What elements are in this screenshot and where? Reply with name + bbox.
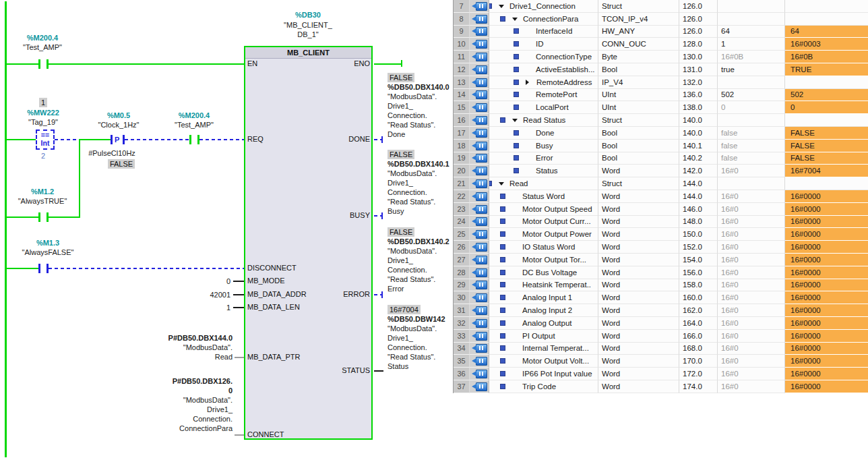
name-cell[interactable]: Analog Output bbox=[489, 317, 598, 330]
name-cell[interactable]: ConnectionPara bbox=[489, 13, 598, 26]
row-number[interactable]: 36 bbox=[454, 368, 470, 380]
row-number[interactable]: 32 bbox=[454, 317, 470, 330]
name-cell[interactable]: Motor Output Volt... bbox=[489, 355, 598, 368]
row-number[interactable]: 14 bbox=[454, 89, 470, 102]
data-type-cell[interactable]: Word bbox=[598, 228, 679, 241]
variable-name[interactable]: Busy bbox=[536, 140, 553, 152]
data-type-cell[interactable]: Struct bbox=[598, 177, 679, 190]
monitor-value-cell[interactable]: 16#0000 bbox=[785, 355, 868, 368]
monitor-value-cell[interactable]: 16#0000 bbox=[785, 291, 868, 304]
table-row-23[interactable]: 23Motor Output SpeedWord146.016#016#0000 bbox=[454, 203, 868, 216]
data-type-cell[interactable]: Word bbox=[598, 203, 679, 216]
start-value-cell[interactable] bbox=[718, 13, 785, 26]
row-number[interactable]: 20 bbox=[454, 165, 470, 177]
name-cell[interactable]: ConnectionType bbox=[489, 51, 598, 63]
start-value-cell[interactable] bbox=[718, 177, 785, 190]
variable-name[interactable]: Analog Input 2 bbox=[522, 304, 572, 316]
variable-name[interactable]: IO Status Word bbox=[522, 241, 575, 253]
pin-connect[interactable]: CONNECT bbox=[247, 430, 284, 439]
name-cell[interactable]: Motor Output Speed bbox=[489, 203, 598, 216]
status-output-monitor[interactable]: 16#7004 bbox=[388, 305, 421, 314]
data-type-cell[interactable]: Struct▤ bbox=[598, 0, 679, 13]
start-value-cell[interactable]: 16#0 bbox=[718, 330, 785, 343]
data-type-cell[interactable]: Struct bbox=[598, 114, 679, 127]
data-type-cell[interactable]: Bool bbox=[598, 127, 679, 140]
variable-name[interactable]: ConnectionType bbox=[536, 51, 592, 63]
row-number[interactable]: 37 bbox=[454, 380, 470, 393]
variable-name[interactable]: Heatsink Temperat.. bbox=[522, 279, 591, 291]
name-cell[interactable]: IO Status Word bbox=[489, 241, 598, 254]
row-number[interactable]: 35 bbox=[454, 355, 470, 368]
start-value-cell[interactable]: 16#0 bbox=[718, 254, 785, 266]
variable-name[interactable]: Analog Output bbox=[522, 317, 572, 329]
row-number[interactable]: 11 bbox=[454, 51, 470, 63]
contact-operand[interactable]: %M200.4 bbox=[154, 111, 235, 120]
table-row-36[interactable]: 36IP66 Pot Input valueWord172.016#016#00… bbox=[454, 368, 868, 380]
name-cell[interactable]: Done bbox=[489, 127, 598, 140]
data-type-cell[interactable]: IP_V4 bbox=[598, 76, 679, 89]
start-value-cell[interactable]: 16#0 bbox=[718, 317, 785, 330]
name-cell[interactable]: RemotePort bbox=[489, 89, 598, 102]
data-type-cell[interactable]: Word bbox=[598, 190, 679, 203]
row-number[interactable]: 24 bbox=[454, 216, 470, 229]
variable-name[interactable]: DC Bus Voltage bbox=[522, 266, 577, 279]
variable-name[interactable]: Status Word bbox=[522, 190, 565, 202]
name-cell[interactable]: Read Status bbox=[489, 114, 598, 127]
edge-monitor[interactable]: FALSE bbox=[81, 159, 162, 169]
table-row-26[interactable]: 26IO Status WordWord152.016#016#0000 bbox=[454, 241, 868, 254]
variable-name[interactable]: ID bbox=[536, 38, 544, 50]
table-row-7[interactable]: 7Drive1_ConnectionStruct▤126.0 bbox=[454, 0, 868, 13]
name-cell[interactable]: Error bbox=[489, 152, 598, 165]
name-cell[interactable]: Analog Input 1 bbox=[489, 291, 598, 304]
table-row-28[interactable]: 28DC Bus VoltageWord156.016#016#0000 bbox=[454, 266, 868, 279]
table-row-27[interactable]: 27Motor Output Tor...Word154.016#016#000… bbox=[454, 254, 868, 266]
row-number[interactable]: 10 bbox=[454, 38, 470, 51]
instance-db-address[interactable]: %DB30 bbox=[268, 11, 348, 20]
variable-name[interactable]: Analog Input 1 bbox=[522, 291, 572, 304]
row-number[interactable]: 8 bbox=[454, 13, 470, 26]
monitor-value-cell[interactable]: 16#0000 bbox=[785, 216, 868, 229]
start-value-cell[interactable]: 16#0 bbox=[718, 368, 785, 380]
data-type-cell[interactable]: Word bbox=[598, 216, 679, 229]
row-number[interactable]: 21 bbox=[454, 177, 470, 190]
data-type-cell[interactable]: Bool bbox=[598, 140, 679, 152]
expand-triangle-icon[interactable] bbox=[526, 80, 529, 85]
variable-name[interactable]: InterfaceId bbox=[536, 26, 572, 38]
monitor-value-cell[interactable]: 16#0000 bbox=[785, 317, 868, 330]
start-value-cell[interactable]: 16#0 bbox=[718, 216, 785, 229]
busy-output-monitor[interactable]: FALSE bbox=[388, 150, 414, 159]
monitor-value-cell[interactable] bbox=[785, 177, 868, 190]
variable-name[interactable]: RemoteAddress bbox=[536, 76, 592, 88]
variable-name[interactable]: Error bbox=[536, 152, 553, 165]
variable-name[interactable]: ActiveEstablish... bbox=[536, 63, 595, 76]
pin-mb_data_ptr[interactable]: MB_DATA_PTR bbox=[247, 353, 300, 362]
start-value-cell[interactable]: 16#0 bbox=[718, 241, 785, 254]
table-row-12[interactable]: 12ActiveEstablish...Bool131.0trueTRUE bbox=[454, 63, 868, 76]
start-value-cell[interactable]: false bbox=[718, 152, 785, 165]
variable-name[interactable]: Internal Temperat... bbox=[522, 343, 589, 355]
data-type-cell[interactable]: Byte bbox=[598, 51, 679, 63]
name-cell[interactable]: RemoteAddress bbox=[489, 76, 598, 89]
monitor-value-cell[interactable]: 16#0000 bbox=[785, 203, 868, 216]
table-row-11[interactable]: 11ConnectionTypeByte130.016#0B16#0B bbox=[454, 51, 868, 63]
monitor-value-cell[interactable]: 16#0000 bbox=[785, 266, 868, 279]
variable-name[interactable]: Motor Output Tor... bbox=[522, 254, 586, 266]
compare-monitor[interactable]: 1 bbox=[3, 98, 84, 107]
start-value-cell[interactable]: 16#0 bbox=[718, 343, 785, 355]
done-output-monitor[interactable]: FALSE bbox=[388, 73, 414, 82]
data-type-cell[interactable]: UInt bbox=[598, 101, 679, 114]
table-row-14[interactable]: 14RemotePortUInt136.0502502 bbox=[454, 89, 868, 102]
variable-name[interactable]: ConnectionPara bbox=[523, 13, 578, 25]
monitor-value-cell[interactable]: TRUE bbox=[785, 63, 868, 76]
data-type-cell[interactable]: Word bbox=[598, 355, 679, 368]
start-value-cell[interactable]: false bbox=[718, 127, 785, 140]
start-value-cell[interactable]: 16#0 bbox=[718, 228, 785, 241]
table-row-32[interactable]: 32Analog OutputWord164.016#016#0000 bbox=[454, 317, 868, 330]
monitor-value-cell[interactable] bbox=[785, 114, 868, 127]
variable-name[interactable]: Drive1_Connection bbox=[509, 0, 576, 12]
start-value-cell[interactable]: 16#0 bbox=[718, 355, 785, 368]
name-cell[interactable]: Trip Code bbox=[489, 380, 598, 393]
table-row-35[interactable]: 35Motor Output Volt...Word170.016#016#00… bbox=[454, 355, 868, 368]
start-value-cell[interactable]: 16#0 bbox=[718, 304, 785, 317]
variable-name[interactable]: Read Status bbox=[523, 114, 565, 126]
